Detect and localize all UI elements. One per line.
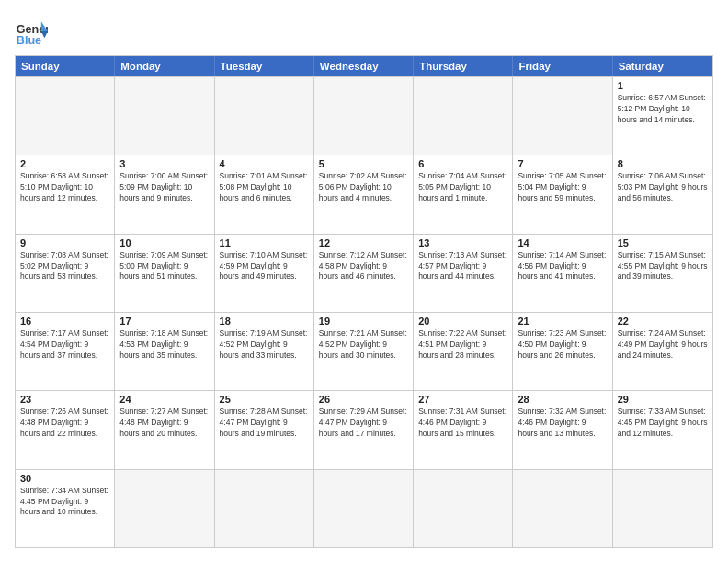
day-number: 28: [518, 394, 607, 405]
calendar-header: SundayMondayTuesdayWednesdayThursdayFrid…: [16, 56, 712, 76]
day-info: Sunrise: 7:33 AM Sunset: 4:45 PM Dayligh…: [618, 407, 708, 440]
day-info: Sunrise: 7:27 AM Sunset: 4:48 PM Dayligh…: [119, 407, 209, 440]
empty-cell: [215, 77, 314, 155]
day-cell-1: 1Sunrise: 6:57 AM Sunset: 5:12 PM Daylig…: [613, 77, 712, 155]
empty-cell: [414, 470, 513, 547]
day-info: Sunrise: 7:15 AM Sunset: 4:55 PM Dayligh…: [618, 250, 708, 283]
day-info: Sunrise: 7:23 AM Sunset: 4:50 PM Dayligh…: [518, 328, 607, 362]
day-cell-19: 19Sunrise: 7:21 AM Sunset: 4:52 PM Dayli…: [314, 313, 414, 390]
day-cell-4: 4Sunrise: 7:01 AM Sunset: 5:08 PM Daylig…: [215, 155, 314, 233]
page: General Blue SundayMondayTuesdayWednesda…: [0, 0, 728, 563]
day-number: 24: [119, 394, 209, 405]
day-cell-23: 23Sunrise: 7:26 AM Sunset: 4:48 PM Dayli…: [16, 391, 115, 468]
day-number: 21: [518, 316, 607, 327]
day-info: Sunrise: 7:02 AM Sunset: 5:06 PM Dayligh…: [319, 171, 408, 204]
day-header-wednesday: Wednesday: [314, 56, 414, 76]
day-cell-26: 26Sunrise: 7:29 AM Sunset: 4:47 PM Dayli…: [314, 391, 414, 468]
day-number: 26: [319, 394, 408, 405]
day-cell-2: 2Sunrise: 6:58 AM Sunset: 5:10 PM Daylig…: [16, 155, 115, 233]
day-info: Sunrise: 7:12 AM Sunset: 4:58 PM Dayligh…: [319, 250, 408, 283]
day-info: Sunrise: 7:32 AM Sunset: 4:46 PM Dayligh…: [518, 407, 607, 440]
day-info: Sunrise: 7:19 AM Sunset: 4:52 PM Dayligh…: [220, 328, 309, 362]
day-number: 16: [20, 316, 109, 327]
day-cell-6: 6Sunrise: 7:04 AM Sunset: 5:05 PM Daylig…: [414, 155, 513, 233]
empty-cell: [115, 77, 214, 155]
day-cell-8: 8Sunrise: 7:06 AM Sunset: 5:03 PM Daylig…: [613, 155, 712, 233]
day-number: 5: [319, 158, 408, 169]
day-header-monday: Monday: [115, 56, 214, 76]
day-number: 15: [618, 237, 708, 248]
day-info: Sunrise: 7:29 AM Sunset: 4:47 PM Dayligh…: [319, 407, 408, 440]
day-number: 27: [418, 394, 507, 405]
day-info: Sunrise: 7:14 AM Sunset: 4:56 PM Dayligh…: [518, 250, 607, 283]
calendar: SundayMondayTuesdayWednesdayThursdayFrid…: [15, 55, 713, 548]
day-number: 6: [418, 158, 507, 169]
day-cell-13: 13Sunrise: 7:13 AM Sunset: 4:57 PM Dayli…: [414, 235, 513, 312]
day-number: 29: [618, 394, 708, 405]
day-info: Sunrise: 7:08 AM Sunset: 5:02 PM Dayligh…: [20, 250, 109, 283]
header: General Blue: [15, 15, 713, 48]
day-number: 30: [20, 473, 109, 484]
day-header-saturday: Saturday: [613, 56, 712, 76]
logo: General Blue: [15, 15, 48, 48]
day-cell-28: 28Sunrise: 7:32 AM Sunset: 4:46 PM Dayli…: [513, 391, 612, 468]
day-number: 2: [20, 158, 109, 169]
day-cell-24: 24Sunrise: 7:27 AM Sunset: 4:48 PM Dayli…: [115, 391, 214, 468]
day-info: Sunrise: 7:17 AM Sunset: 4:54 PM Dayligh…: [20, 328, 109, 362]
empty-cell: [414, 77, 513, 155]
day-info: Sunrise: 7:01 AM Sunset: 5:08 PM Dayligh…: [220, 171, 309, 204]
day-cell-15: 15Sunrise: 7:15 AM Sunset: 4:55 PM Dayli…: [613, 235, 712, 312]
day-number: 18: [220, 316, 309, 327]
empty-cell: [16, 77, 115, 155]
empty-cell: [215, 470, 314, 547]
empty-cell: [513, 77, 612, 155]
day-cell-27: 27Sunrise: 7:31 AM Sunset: 4:46 PM Dayli…: [414, 391, 513, 468]
day-number: 23: [20, 394, 109, 405]
day-number: 22: [618, 316, 708, 327]
day-number: 9: [20, 237, 109, 248]
day-number: 14: [518, 237, 607, 248]
empty-cell: [613, 470, 712, 547]
day-number: 4: [220, 158, 309, 169]
day-info: Sunrise: 7:26 AM Sunset: 4:48 PM Dayligh…: [20, 407, 109, 440]
day-info: Sunrise: 7:09 AM Sunset: 5:00 PM Dayligh…: [119, 250, 209, 283]
day-number: 12: [319, 237, 408, 248]
day-info: Sunrise: 7:18 AM Sunset: 4:53 PM Dayligh…: [119, 328, 209, 362]
day-info: Sunrise: 7:24 AM Sunset: 4:49 PM Dayligh…: [618, 328, 708, 362]
day-info: Sunrise: 7:34 AM Sunset: 4:45 PM Dayligh…: [20, 486, 109, 519]
day-cell-29: 29Sunrise: 7:33 AM Sunset: 4:45 PM Dayli…: [613, 391, 712, 468]
day-header-friday: Friday: [513, 56, 612, 76]
day-cell-22: 22Sunrise: 7:24 AM Sunset: 4:49 PM Dayli…: [613, 313, 712, 390]
day-cell-17: 17Sunrise: 7:18 AM Sunset: 4:53 PM Dayli…: [115, 313, 214, 390]
day-info: Sunrise: 7:10 AM Sunset: 4:59 PM Dayligh…: [220, 250, 309, 283]
day-header-thursday: Thursday: [414, 56, 513, 76]
day-number: 3: [119, 158, 209, 169]
day-cell-25: 25Sunrise: 7:28 AM Sunset: 4:47 PM Dayli…: [215, 391, 314, 468]
calendar-week-2: 2Sunrise: 6:58 AM Sunset: 5:10 PM Daylig…: [16, 155, 712, 233]
day-number: 8: [618, 158, 708, 169]
day-number: 17: [119, 316, 209, 327]
day-cell-16: 16Sunrise: 7:17 AM Sunset: 4:54 PM Dayli…: [16, 313, 115, 390]
day-number: 10: [119, 237, 209, 248]
day-cell-3: 3Sunrise: 7:00 AM Sunset: 5:09 PM Daylig…: [115, 155, 214, 233]
empty-cell: [314, 470, 414, 547]
day-info: Sunrise: 6:57 AM Sunset: 5:12 PM Dayligh…: [618, 93, 708, 126]
day-info: Sunrise: 7:04 AM Sunset: 5:05 PM Dayligh…: [418, 171, 507, 204]
day-info: Sunrise: 7:06 AM Sunset: 5:03 PM Dayligh…: [618, 171, 708, 204]
calendar-week-5: 23Sunrise: 7:26 AM Sunset: 4:48 PM Dayli…: [16, 390, 712, 468]
logo-icon: General Blue: [15, 15, 48, 48]
day-info: Sunrise: 7:21 AM Sunset: 4:52 PM Dayligh…: [319, 328, 408, 362]
day-number: 20: [418, 316, 507, 327]
empty-cell: [115, 470, 214, 547]
day-header-sunday: Sunday: [16, 56, 115, 76]
day-number: 13: [418, 237, 507, 248]
calendar-week-1: 1Sunrise: 6:57 AM Sunset: 5:12 PM Daylig…: [16, 76, 712, 155]
day-cell-11: 11Sunrise: 7:10 AM Sunset: 4:59 PM Dayli…: [215, 235, 314, 312]
day-cell-18: 18Sunrise: 7:19 AM Sunset: 4:52 PM Dayli…: [215, 313, 314, 390]
day-info: Sunrise: 6:58 AM Sunset: 5:10 PM Dayligh…: [20, 171, 109, 204]
empty-cell: [314, 77, 414, 155]
day-info: Sunrise: 7:28 AM Sunset: 4:47 PM Dayligh…: [220, 407, 309, 440]
day-cell-12: 12Sunrise: 7:12 AM Sunset: 4:58 PM Dayli…: [314, 235, 414, 312]
day-number: 1: [618, 80, 708, 91]
calendar-week-3: 9Sunrise: 7:08 AM Sunset: 5:02 PM Daylig…: [16, 234, 712, 312]
